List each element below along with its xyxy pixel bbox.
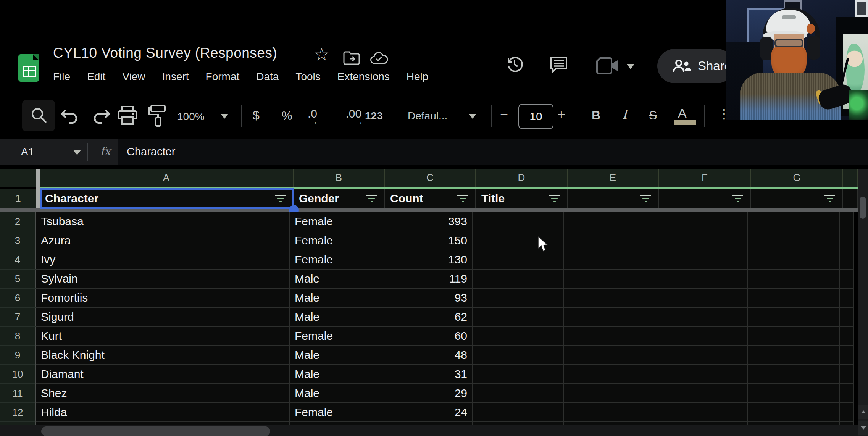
- cell[interactable]: [564, 212, 655, 231]
- row-header-1[interactable]: 1: [0, 189, 36, 208]
- column-header-A[interactable]: A: [40, 169, 294, 187]
- row-header-10[interactable]: 10: [0, 365, 36, 384]
- menu-item-file[interactable]: File: [53, 71, 70, 83]
- undo-icon[interactable]: [60, 107, 80, 124]
- document-title[interactable]: CYL10 Voting Survey (Responses): [53, 45, 277, 61]
- cell[interactable]: [748, 403, 840, 422]
- share-button[interactable]: Share: [657, 49, 734, 83]
- row-header-6[interactable]: 6: [0, 289, 36, 308]
- cell[interactable]: [655, 327, 748, 346]
- cell[interactable]: Female: [290, 403, 381, 422]
- cell[interactable]: [473, 270, 564, 289]
- cell[interactable]: [655, 308, 748, 327]
- move-folder-icon[interactable]: [343, 50, 360, 66]
- cell[interactable]: [655, 289, 748, 308]
- version-history-icon[interactable]: [505, 54, 524, 74]
- bold-button[interactable]: B: [592, 110, 600, 121]
- cell[interactable]: [748, 384, 840, 403]
- row-header-11[interactable]: 11: [0, 384, 36, 403]
- menu-item-edit[interactable]: Edit: [87, 71, 105, 83]
- header-cell-empty-G[interactable]: [751, 189, 843, 208]
- menu-item-help[interactable]: Help: [407, 71, 429, 83]
- row-header-9[interactable]: 9: [0, 346, 36, 365]
- decrease-font-size-button[interactable]: −: [500, 109, 508, 120]
- cell[interactable]: [564, 250, 655, 270]
- header-cell-empty-E[interactable]: [568, 189, 659, 208]
- row-header-7[interactable]: 7: [0, 308, 36, 327]
- cell[interactable]: Sylvain: [36, 270, 290, 289]
- menu-item-view[interactable]: View: [122, 71, 145, 83]
- cell[interactable]: 150: [381, 231, 473, 250]
- horizontal-scrollbar[interactable]: [41, 426, 270, 436]
- cell[interactable]: [473, 231, 564, 250]
- filter-icon[interactable]: [365, 193, 379, 204]
- zoom-caret-icon[interactable]: [221, 114, 228, 119]
- paint-format-icon[interactable]: [146, 104, 167, 128]
- cell[interactable]: 93: [381, 289, 473, 308]
- cell[interactable]: [473, 212, 564, 231]
- cell[interactable]: [748, 250, 840, 270]
- row-header-2[interactable]: 2: [0, 212, 36, 231]
- header-cell-title[interactable]: Title: [476, 189, 568, 208]
- cloud-saved-icon[interactable]: [369, 51, 389, 66]
- cell[interactable]: Azura: [36, 231, 290, 250]
- menu-item-data[interactable]: Data: [256, 71, 279, 83]
- cell[interactable]: Female: [290, 327, 381, 346]
- cell[interactable]: Male: [290, 365, 381, 384]
- cell[interactable]: 29: [381, 384, 473, 403]
- cell[interactable]: Male: [290, 289, 381, 308]
- search-icon[interactable]: [30, 106, 49, 125]
- cell[interactable]: [473, 327, 564, 346]
- cell[interactable]: [655, 384, 748, 403]
- cell[interactable]: [564, 365, 655, 384]
- more-formats-button[interactable]: 123: [365, 111, 383, 121]
- name-box-caret-icon[interactable]: [73, 150, 81, 155]
- cell[interactable]: 24: [381, 403, 473, 422]
- comment-icon[interactable]: [549, 54, 569, 74]
- currency-format-button[interactable]: $: [253, 110, 260, 121]
- italic-button[interactable]: I: [622, 109, 627, 120]
- header-cell-gender[interactable]: Gender: [294, 189, 385, 208]
- row-header-4[interactable]: 4: [0, 250, 36, 270]
- cell[interactable]: Diamant: [36, 365, 290, 384]
- meet-camera-icon[interactable]: [595, 57, 621, 74]
- cell[interactable]: [564, 403, 655, 422]
- cell[interactable]: [748, 270, 840, 289]
- cell[interactable]: [564, 308, 655, 327]
- sheets-logo-icon[interactable]: [18, 54, 39, 82]
- filter-icon[interactable]: [456, 193, 470, 204]
- cell[interactable]: [564, 289, 655, 308]
- cell[interactable]: [564, 270, 655, 289]
- row-header-3[interactable]: 3: [0, 231, 36, 250]
- cell[interactable]: [748, 365, 840, 384]
- cell[interactable]: 60: [381, 327, 473, 346]
- cell[interactable]: [564, 384, 655, 403]
- cell[interactable]: 130: [381, 250, 473, 270]
- cell[interactable]: Male: [290, 384, 381, 403]
- cell[interactable]: Hilda: [36, 403, 290, 422]
- select-all-corner[interactable]: [0, 169, 36, 187]
- zoom-level[interactable]: 100%: [177, 111, 205, 122]
- row-header-8[interactable]: 8: [0, 327, 36, 346]
- cell[interactable]: [564, 327, 655, 346]
- cell[interactable]: 119: [381, 270, 473, 289]
- cell[interactable]: [564, 346, 655, 365]
- cell[interactable]: Female: [290, 250, 381, 270]
- vertical-scrollbar-thumb[interactable]: [860, 197, 866, 219]
- cell[interactable]: [748, 346, 840, 365]
- cell[interactable]: [473, 250, 564, 270]
- column-header-C[interactable]: C: [385, 169, 476, 187]
- increase-decimal-button[interactable]: .00→: [345, 108, 361, 119]
- cell[interactable]: 62: [381, 308, 473, 327]
- camera-dropdown-caret-icon[interactable]: [627, 64, 634, 69]
- cell[interactable]: Tsubasa: [36, 212, 290, 231]
- cell[interactable]: [748, 231, 840, 250]
- cell[interactable]: 393: [381, 212, 473, 231]
- cell[interactable]: Ivy: [36, 250, 290, 270]
- cell[interactable]: Fomortiis: [36, 289, 290, 308]
- filter-icon[interactable]: [548, 193, 561, 204]
- column-header-E[interactable]: E: [568, 169, 659, 187]
- filter-icon[interactable]: [639, 193, 653, 204]
- column-header-partial[interactable]: [843, 169, 858, 187]
- cell[interactable]: [473, 403, 564, 422]
